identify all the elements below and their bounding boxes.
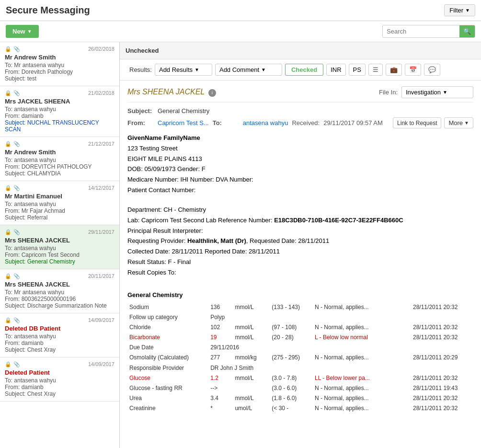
message-to: To: antasena wahyu	[5, 106, 115, 113]
main-toolbar: New ▼ 🔍	[0, 21, 481, 42]
list-item[interactable]: 🔒 📎 21/12/2017 Mr Andrew Smith To: antas…	[0, 137, 119, 181]
briefcase-icon-button[interactable]: 💼	[386, 64, 402, 76]
row-status: N - Normal, applies...	[313, 383, 411, 393]
lock-icon: 🔒	[5, 185, 11, 191]
attachment-icon: 📎	[13, 46, 20, 52]
more-button[interactable]: More ▼	[444, 117, 473, 128]
new-button[interactable]: New ▼	[6, 25, 39, 38]
from-value[interactable]: Capricorn Test S...	[158, 119, 209, 126]
message-subject: Subject: CHLAMYDIA	[5, 170, 115, 177]
row-range: (275 - 295)	[270, 353, 313, 363]
search-input[interactable]	[383, 26, 459, 37]
calendar-icon-button[interactable]: 📅	[405, 64, 421, 76]
received-label: Received:	[292, 119, 320, 126]
row-sub: DR John J Smith	[208, 363, 473, 373]
chevron-down-icon: ▼	[465, 8, 470, 13]
table-row: Urea 3.4 mmol/L (1.8 - 6.0) N - Normal, …	[127, 393, 473, 403]
row-unit: mmol/L	[233, 393, 270, 403]
result-copies-line: Result Copies To:	[127, 268, 473, 278]
row-status: L - Below low normal	[313, 333, 411, 343]
list-item[interactable]: 🔒 📎 21/02/2018 Mrs JACKEL SHEENA To: ant…	[0, 86, 119, 137]
dept-line: Department: CH - Chemistry	[127, 205, 473, 215]
message-from: From: damianb	[5, 340, 115, 346]
results-label: Results:	[129, 66, 152, 73]
table-row: Glucose - fasting RR --> (3.0 - 6.0) N -…	[127, 383, 473, 393]
from-label: From:	[127, 119, 154, 126]
row-unit: umol/L	[233, 403, 270, 414]
list-item[interactable]: 🔒 📎 20/11/2017 Mrs SHEENA JACKEL To: Mr …	[0, 269, 119, 313]
patient-name: Mrs SHEENA JACKEL	[127, 88, 205, 96]
city-line: EIGHT MILE PLAINS 4113	[127, 154, 473, 164]
file-in-select[interactable]: Investigation ▼	[401, 86, 473, 98]
lock-icon: 🔒	[5, 273, 11, 279]
contact-line: Patient Contact Number:	[127, 185, 473, 195]
add-results-button[interactable]: Add Results ▼	[155, 64, 212, 76]
row-range: (1.8 - 6.0)	[270, 393, 313, 403]
inr-button[interactable]: INR	[326, 64, 345, 76]
row-name: Creatinine	[127, 403, 208, 414]
filter-button[interactable]: Filter ▼	[444, 4, 475, 16]
given-name-line: GivenName FamilyName	[127, 133, 473, 143]
collected-line: Collected Date: 28/11/2011 Reported Date…	[127, 247, 473, 257]
header-right: Filter ▼	[444, 4, 475, 16]
message-from: From: Capricorn Test Second	[5, 252, 115, 258]
row-range: (< 30 -	[270, 403, 313, 414]
message-date: 26/02/2018	[88, 46, 115, 52]
checked-button[interactable]: Checked	[285, 64, 323, 76]
row-sub: 29/11/2016	[208, 343, 473, 353]
ps-button[interactable]: PS	[349, 64, 366, 76]
table-row: Glucose 1.2 mmol/L (3.0 - 7.8) LL - Belo…	[127, 373, 473, 383]
row-sub: Polyp	[208, 312, 473, 322]
section-title: General Chemistry	[127, 290, 473, 300]
message-name: Deleted DB Patient	[5, 325, 115, 332]
row-unit: mmol/kg	[233, 353, 270, 363]
info-icon[interactable]: i	[208, 89, 216, 97]
message-name: Mr Martini Emanuel	[5, 193, 115, 200]
message-from: From: Mr Fajar Achmad	[5, 207, 115, 214]
list-item[interactable]: 🔒 📎 26/02/2018 Mr Andrew Smith To: Mr an…	[0, 42, 119, 86]
message-subject: Subject: Chest Xray	[5, 346, 115, 353]
attachment-icon: 📎	[13, 141, 20, 147]
message-name: Mr Andrew Smith	[5, 149, 115, 156]
lock-icon: 🔒	[5, 90, 11, 96]
list-icon-button[interactable]: ☰	[368, 64, 383, 76]
lock-icon: 🔒	[5, 317, 11, 323]
list-item[interactable]: 🔒 📎 14/12/2017 Mr Martini Emanuel To: an…	[0, 181, 119, 225]
message-from: From: Dorevitch Pathology	[5, 69, 115, 75]
row-unit: mmol/L	[233, 322, 270, 333]
row-status: N - Normal, applies...	[313, 393, 411, 403]
message-content: GivenName FamilyName 123 Testing Street …	[127, 133, 473, 414]
chevron-down-icon: ▼	[195, 67, 199, 72]
row-unit: mmol/L	[233, 302, 270, 312]
table-row: Bicarbonate 19 mmol/L (20 - 28) L - Belo…	[127, 333, 473, 343]
file-in-area: File In: Investigation ▼	[379, 86, 473, 98]
message-from: From: DOREVITCH PATHOLOGY	[5, 163, 115, 170]
lock-icon: 🔒	[5, 361, 11, 368]
row-date: 28/11/2011 20:29	[411, 353, 473, 363]
list-item[interactable]: 🔒 📎 14/09/2017 Deleted Patient To: antas…	[0, 357, 119, 402]
row-status: N - Normal, applies...	[313, 353, 411, 363]
row-value: 1.2	[208, 373, 233, 383]
message-to: To: Mr antasena wahyu	[5, 289, 115, 296]
message-name: Mrs JACKEL SHEENA	[5, 98, 115, 105]
message-date: 21/02/2018	[88, 90, 115, 96]
message-to: To: Mr antasena wahyu	[5, 62, 115, 69]
message-icon-button[interactable]: 💬	[424, 64, 440, 76]
patient-name-area: Mrs SHEENA JACKEL i	[127, 88, 216, 97]
message-name: Mrs SHEENA JACKEL	[5, 281, 115, 288]
lab-line: Lab: Capricorn Test Second Lab Reference…	[127, 216, 473, 226]
link-to-request-button[interactable]: Link to Request	[393, 117, 441, 128]
address-line: 123 Testing Street	[127, 144, 473, 154]
message-date: 14/09/2017	[88, 317, 115, 323]
message-name: Deleted Patient	[5, 369, 115, 376]
list-item[interactable]: 🔒 📎 14/09/2017 Deleted DB Patient To: an…	[0, 313, 119, 357]
subject-value: General Chemistry	[158, 107, 209, 115]
list-item[interactable]: 🔒 📎 29/11/2017 Mrs SHEENA JACKEL To: ant…	[0, 225, 119, 269]
add-comment-button[interactable]: Add Comment ▼	[215, 64, 282, 76]
message-to: To: antasena wahyu	[5, 333, 115, 340]
unchecked-bar: Unchecked	[120, 42, 481, 59]
row-value: *	[208, 403, 233, 414]
message-from: From: damianb	[5, 113, 115, 119]
search-button[interactable]: 🔍	[459, 25, 475, 37]
to-value[interactable]: antasena wahyu	[243, 119, 288, 126]
